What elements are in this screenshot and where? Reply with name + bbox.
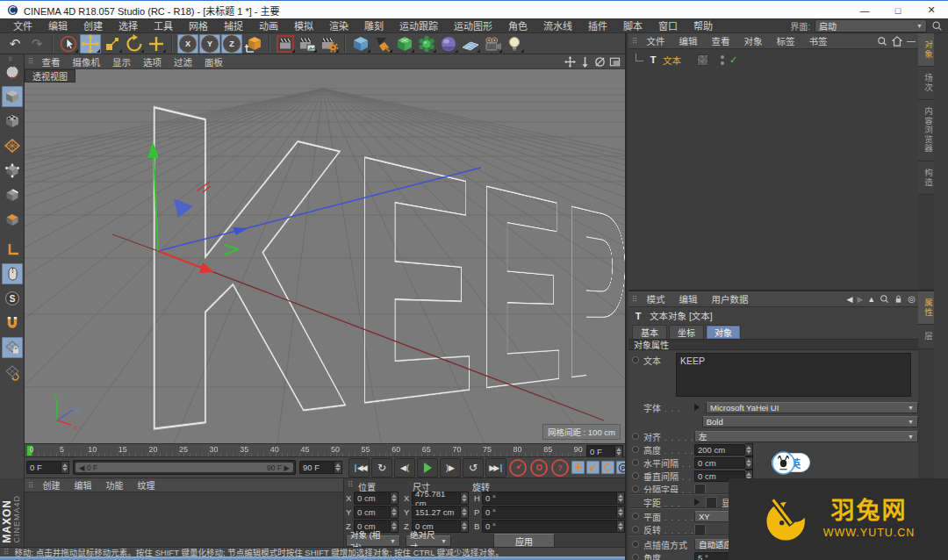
- text-value-field[interactable]: KEEP: [676, 353, 911, 397]
- preview-range-slider[interactable]: ◀ 0 F 90 F ▶: [73, 460, 296, 475]
- subdivision-surface-button[interactable]: [394, 34, 415, 54]
- record-keyframe-button[interactable]: [509, 459, 527, 477]
- play-button[interactable]: [417, 458, 438, 477]
- close-button[interactable]: ✕: [915, 1, 948, 19]
- menu-item[interactable]: 工具: [146, 18, 181, 32]
- viewport-menu-item[interactable]: 查看: [36, 55, 67, 68]
- range-end-spinner[interactable]: [334, 461, 342, 474]
- menu-item[interactable]: 插件: [580, 18, 615, 32]
- polygons-mode-button[interactable]: [2, 209, 23, 230]
- cycle-button[interactable]: ↻: [371, 458, 392, 477]
- show-3d-gui-checkbox[interactable]: [706, 497, 717, 508]
- view-label[interactable]: 透视视图: [25, 69, 75, 83]
- menu-item[interactable]: 流水线: [535, 18, 580, 32]
- add-cube-button[interactable]: [350, 34, 371, 54]
- side-tab[interactable]: 对象: [918, 33, 934, 67]
- last-tool-button[interactable]: [146, 34, 167, 54]
- attribute-menu-item[interactable]: 用户数据: [705, 292, 756, 305]
- font-family-dropdown[interactable]: Microsoft YaHei UI▼: [706, 402, 918, 413]
- viewport-menu-item[interactable]: 面板: [198, 55, 229, 68]
- object-manager-menu-item[interactable]: 文件: [640, 34, 672, 47]
- attribute-menu-item[interactable]: 编辑: [672, 292, 705, 305]
- back-icon[interactable]: ◀: [847, 295, 853, 304]
- rotate-tool[interactable]: [124, 34, 145, 54]
- side-tab[interactable]: 场次: [918, 67, 934, 100]
- keyframe-help-button[interactable]: ?: [551, 459, 569, 477]
- current-frame-field[interactable]: 0 F: [586, 445, 615, 458]
- object-manager-menu-item[interactable]: 书签: [802, 34, 835, 47]
- record-dot-icon[interactable]: [632, 554, 639, 560]
- floor-button[interactable]: [460, 34, 481, 54]
- object-manager-menu-item[interactable]: 查看: [705, 34, 737, 47]
- model-mode-button[interactable]: [2, 86, 23, 107]
- deformer-button[interactable]: [416, 34, 437, 54]
- object-manager-menu-item[interactable]: 编辑: [672, 34, 705, 47]
- points-mode-button[interactable]: [2, 160, 23, 181]
- attribute-tab[interactable]: 基本: [632, 325, 667, 339]
- menu-item[interactable]: 渲染: [321, 18, 356, 32]
- loop-button[interactable]: ↺: [463, 458, 484, 477]
- object-manager-menu-item[interactable]: 标签: [770, 34, 802, 47]
- home-icon[interactable]: [892, 36, 902, 47]
- key-rotation-toggle[interactable]: [601, 461, 614, 474]
- record-dot-icon[interactable]: [632, 356, 639, 363]
- rotation-p-field[interactable]: 0 °: [482, 506, 617, 519]
- record-dot-icon[interactable]: [632, 541, 639, 548]
- lock-icon[interactable]: [894, 294, 903, 304]
- attribute-tab[interactable]: 坐标: [669, 325, 704, 339]
- font-weight-dropdown[interactable]: Bold▼: [702, 416, 918, 427]
- record-dot-icon[interactable]: [632, 513, 639, 520]
- next-frame-button[interactable]: )▶: [440, 458, 461, 477]
- expand-icon[interactable]: [694, 404, 703, 411]
- visibility-dots-icon[interactable]: [721, 55, 724, 65]
- record-dot-icon[interactable]: [632, 459, 639, 466]
- rotation-h-field[interactable]: 0 °: [482, 492, 617, 505]
- lock-y-axis-button[interactable]: Y: [199, 34, 220, 54]
- side-tab[interactable]: 内容浏览器: [918, 100, 934, 162]
- forward-icon[interactable]: ▶: [857, 295, 863, 304]
- scale-tool[interactable]: [102, 34, 123, 54]
- render-view-button[interactable]: [275, 34, 296, 54]
- size-mode-dropdown[interactable]: 绝对尺寸▼: [406, 535, 451, 547]
- expand-icon[interactable]: [694, 499, 703, 506]
- record-dot-icon[interactable]: [632, 433, 639, 440]
- ime-indicator[interactable]: 英: [784, 451, 810, 474]
- menu-item[interactable]: 窗口: [650, 18, 686, 32]
- size-x-field[interactable]: 475.781 cm: [412, 492, 461, 505]
- draw-spline-button[interactable]: [372, 34, 393, 54]
- interface-dropdown[interactable]: 启动▼: [815, 19, 927, 32]
- menu-item[interactable]: 帮助: [686, 18, 721, 32]
- material-menu-item[interactable]: 功能: [99, 478, 131, 492]
- coordinate-system-button[interactable]: [243, 34, 264, 54]
- search-icon[interactable]: [931, 20, 943, 32]
- horizontal-spacing-field[interactable]: 0 cm: [694, 457, 745, 469]
- edges-mode-button[interactable]: [2, 184, 23, 205]
- key-position-toggle[interactable]: [571, 461, 585, 474]
- up-icon[interactable]: ▲: [867, 295, 875, 304]
- search-icon[interactable]: [880, 294, 889, 304]
- record-dot-icon[interactable]: [632, 472, 639, 479]
- minus-icon[interactable]: —: [907, 36, 916, 46]
- menu-item[interactable]: 运动跟踪: [391, 18, 446, 32]
- viewport-solo-button[interactable]: [2, 263, 23, 284]
- target-icon[interactable]: ◎: [908, 294, 916, 304]
- go-to-start-button[interactable]: ❘◀◀: [348, 458, 370, 477]
- menu-item[interactable]: 脚本: [615, 18, 650, 32]
- move-tool[interactable]: [80, 34, 101, 54]
- texture-mode-button[interactable]: [2, 111, 23, 132]
- maximize-icon[interactable]: [609, 56, 621, 68]
- zoom-icon[interactable]: [579, 56, 591, 68]
- menu-item[interactable]: 编辑: [40, 18, 75, 32]
- render-settings-button[interactable]: [319, 34, 340, 54]
- make-editable-button[interactable]: [2, 61, 23, 83]
- panel-handle[interactable]: ⠿: [28, 481, 34, 490]
- camera-button[interactable]: [482, 34, 503, 54]
- viewport-menu-item[interactable]: 选项: [137, 55, 168, 68]
- menu-item[interactable]: 运动图形: [446, 18, 500, 32]
- pan-icon[interactable]: [564, 56, 576, 68]
- range-end-field[interactable]: 90 F: [299, 461, 334, 474]
- attribute-menu-item[interactable]: 模式: [640, 292, 672, 305]
- menu-item[interactable]: 网格: [181, 18, 216, 32]
- panel-handle[interactable]: ⠿: [28, 57, 34, 66]
- coords-mode-dropdown[interactable]: 对象 (相对)▼: [346, 535, 400, 547]
